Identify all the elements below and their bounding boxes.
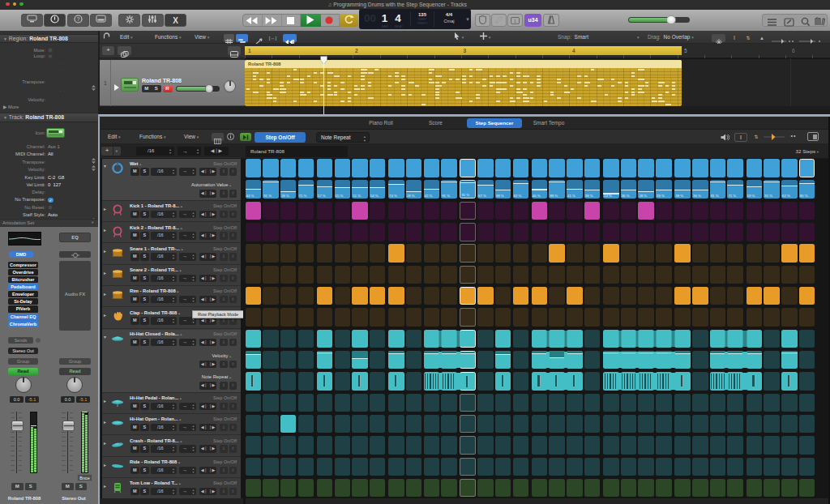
svg-text:1: 1	[514, 19, 517, 23]
svg-text:?: ?	[76, 16, 79, 22]
